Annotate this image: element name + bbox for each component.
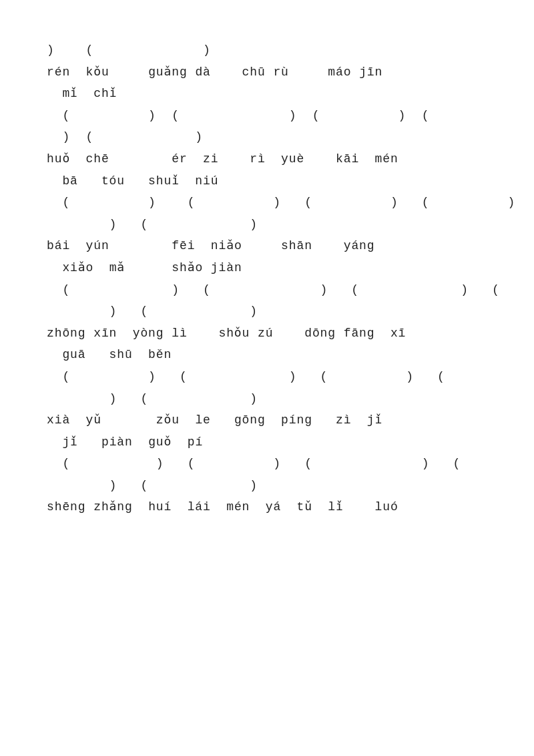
text-line-l20: ) ( ) xyxy=(47,389,487,409)
text-line-l25: ) ( ) xyxy=(47,476,487,496)
text-line-l27: shēng zhǎng huí lái mén yá tǔ lǐ luó xyxy=(47,497,487,518)
text-line-l1: ) ( ) xyxy=(47,40,487,61)
text-line-l13: xiǎo mǎ shǎo jiàn xyxy=(47,258,487,278)
text-line-l15: ) ( ) xyxy=(47,301,487,322)
text-line-l17: zhōng xīn yòng lì shǒu zú dōng fāng xī xyxy=(47,323,487,344)
text-line-l12: bái yún fēi niǎo shān yáng xyxy=(47,236,487,256)
main-content: ) ( )rén kǒu guǎng dà chū rù máo jīn mǐ … xyxy=(47,40,487,518)
text-line-l9: ( ) ( ) ( ) ( ) ( xyxy=(47,192,487,213)
text-line-l14: ( ) ( ) ( ) ( xyxy=(47,280,487,301)
text-line-l4: ( ) ( ) ( ) ( xyxy=(47,106,487,126)
text-line-l19: ( ) ( ) ( ) ( ) ( xyxy=(47,367,487,387)
text-line-l24: ( ) ( ) ( ) ( ) ( xyxy=(47,453,487,474)
text-line-l22: xià yǔ zǒu le gōng píng zì jǐ xyxy=(47,410,487,431)
text-line-l23: jǐ piàn guǒ pí xyxy=(47,432,487,453)
text-line-l10: ) ( ) xyxy=(47,214,487,235)
text-line-l18: guā shū běn xyxy=(47,345,487,365)
text-line-l7: huǒ chē ér zi rì yuè kāi mén xyxy=(47,149,487,170)
text-line-l3: mǐ chǐ xyxy=(47,83,487,104)
text-line-l2: rén kǒu guǎng dà chū rù máo jīn xyxy=(47,62,487,83)
text-line-l8: bā tóu shuǐ niú xyxy=(47,171,487,192)
text-line-l5: ) ( ) xyxy=(47,127,487,148)
